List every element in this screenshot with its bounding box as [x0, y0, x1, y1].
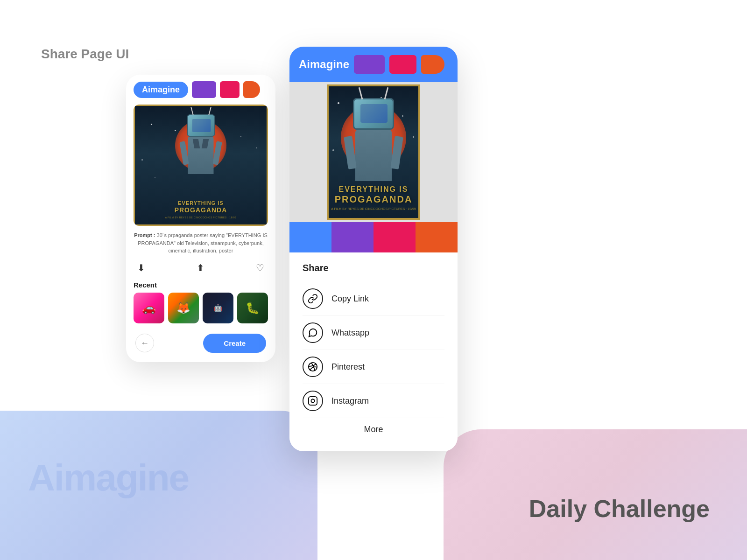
thumb-4-inner: 🐛	[237, 293, 268, 323]
recent-grid: 🚗 🦊 🤖 🐛	[126, 293, 275, 323]
poster-text: EVERYTHING IS PROGAGANDA	[175, 200, 227, 214]
tv-screen	[192, 119, 211, 132]
create-button[interactable]: Create	[203, 334, 266, 353]
pinterest-label: Pinterest	[331, 362, 365, 372]
suit-lapel-left	[193, 139, 200, 148]
right-swatch-orange-top	[421, 55, 444, 74]
swatch-purple-left	[192, 81, 216, 98]
right-swatch-purple-top	[354, 55, 385, 74]
daily-challenge-label: Daily Challenge	[529, 495, 710, 523]
poster-subtext-lg: A FILM BY REYES DE CINCOOCHOS PICTURES ·…	[331, 207, 416, 210]
prompt-text: Prompt : 30´s prpaganda poster saying "E…	[134, 231, 268, 255]
left-logo: Aimagine	[134, 82, 188, 98]
right-logo: Aimagine	[299, 56, 349, 73]
arm-right-lg	[390, 136, 403, 169]
page-title: Share Page UI	[41, 47, 129, 62]
copy-link-icon	[303, 288, 323, 309]
action-row: ⬇ ⬆ ♡	[126, 259, 275, 277]
aimagine-watermark: Aimagine	[28, 456, 189, 499]
share-item-pinterest[interactable]: Pinterest	[303, 350, 444, 384]
more-label: More	[364, 425, 383, 434]
back-button[interactable]: ←	[135, 334, 154, 352]
recent-thumb-3[interactable]: 🤖	[203, 293, 233, 323]
left-image-area: EVERYTHING IS PROGAGANDA A FILM BY REYES…	[134, 105, 268, 226]
body-suit-lg	[355, 130, 392, 181]
swatch-pink-left	[220, 81, 240, 98]
like-icon[interactable]: ♡	[256, 262, 264, 273]
poster-lg: EVERYTHING IS PROGAGANDA A FILM BY REYES…	[327, 84, 420, 220]
bottom-swatch-pink	[374, 222, 416, 252]
instagram-label: Instagram	[331, 396, 369, 406]
whatsapp-label: Whatsapp	[331, 328, 369, 338]
recent-thumb-2[interactable]: 🦊	[168, 293, 199, 323]
bottom-swatch-purple	[331, 222, 374, 252]
tv-antenna-left	[190, 107, 194, 115]
thumb-3-inner: 🤖	[203, 293, 233, 323]
poster-lg-figure	[345, 98, 402, 191]
share-icon[interactable]: ⬆	[197, 262, 204, 273]
pinterest-icon	[303, 357, 323, 377]
recent-thumb-1[interactable]: 🚗	[134, 293, 164, 323]
prompt-label: Prompt :	[134, 232, 155, 238]
right-image-area: EVERYTHING IS PROGAGANDA A FILM BY REYES…	[289, 82, 458, 222]
poster-figure	[181, 114, 221, 182]
poster-left: EVERYTHING IS PROGAGANDA A FILM BY REYES…	[134, 105, 268, 226]
share-title: Share	[303, 263, 444, 273]
phone-left: Aimagine	[126, 75, 275, 362]
prompt-value: 30´s prpaganda poster saying "EVERYTHING…	[138, 232, 268, 253]
arm-left-lg	[344, 136, 357, 169]
more-item[interactable]: More	[303, 418, 444, 441]
arm-left	[179, 141, 189, 165]
thumb-2-inner: 🦊	[168, 293, 199, 323]
phone-right: Aimagine	[289, 47, 458, 451]
copy-link-label: Copy Link	[331, 294, 369, 304]
right-swatch-pink-top	[389, 55, 416, 74]
body-suit	[188, 137, 214, 174]
instagram-icon	[303, 391, 323, 411]
tv-head-lg	[353, 98, 394, 130]
recent-label: Recent	[134, 281, 268, 289]
whatsapp-icon	[303, 322, 323, 343]
recent-thumb-4[interactable]: 🐛	[237, 293, 268, 323]
right-phone-header: Aimagine	[289, 47, 458, 82]
share-item-instagram[interactable]: Instagram	[303, 384, 444, 418]
suit-lapel-right	[202, 139, 209, 148]
share-item-whatsapp[interactable]: Whatsapp	[303, 316, 444, 350]
download-icon[interactable]: ⬇	[137, 262, 145, 273]
share-item-copy-link[interactable]: Copy Link	[303, 282, 444, 316]
tv-screen-lg	[360, 104, 388, 123]
poster-subtext: A FILM BY REYES DE CINCOOCHOS PICTURES ·…	[165, 216, 237, 219]
poster-right: EVERYTHING IS PROGAGANDA A FILM BY REYES…	[327, 84, 420, 220]
bottom-swatch-blue	[289, 222, 331, 252]
color-swatches-bottom	[289, 222, 458, 252]
poster-text-lg: EVERYTHING IS PROGAGANDA	[335, 185, 413, 205]
swatch-orange-left	[243, 81, 260, 98]
tv-antenna-right	[208, 107, 211, 115]
share-panel: Share Copy Link Whatsapp	[289, 252, 458, 451]
tv-antenna-left-lg	[359, 87, 363, 99]
tv-head	[187, 114, 215, 137]
tv-antenna-right-lg	[384, 87, 389, 99]
svg-rect-1	[309, 397, 317, 405]
bottom-nav: ← Create	[126, 327, 275, 353]
thumb-1-inner: 🚗	[134, 293, 164, 323]
left-phone-header: Aimagine	[126, 75, 275, 105]
bottom-swatch-orange	[416, 222, 458, 252]
